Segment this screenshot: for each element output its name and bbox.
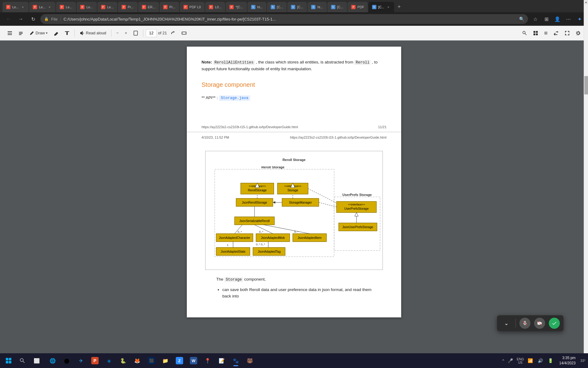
taskbar-app-terminal[interactable]: ⬛ <box>145 355 158 367</box>
text-button[interactable] <box>62 28 72 38</box>
layout-button[interactable] <box>531 28 541 38</box>
share-button[interactable] <box>551 28 561 38</box>
tab-8[interactable]: P Pr... <box>160 2 179 12</box>
taskbar-app-explorer[interactable]: 📁 <box>159 355 172 367</box>
storage-java-link[interactable]: Storage.java <box>219 95 250 101</box>
pdf-container[interactable]: Note: RerollAllEntities , the class whic… <box>0 40 588 353</box>
tab-12[interactable]: h ht... <box>247 2 266 12</box>
tab-14[interactable]: h [C... <box>287 2 307 12</box>
tab-3[interactable]: P Le... <box>56 2 76 12</box>
back-button[interactable]: ← <box>4 14 13 24</box>
tab-4-title: Le... <box>86 5 93 9</box>
taskbar-app-edge[interactable]: 🌐 <box>46 355 59 367</box>
address-search-icon[interactable]: 🔍 <box>519 17 524 21</box>
tab-5[interactable]: P Le... <box>97 2 117 12</box>
settings-button[interactable] <box>573 28 583 38</box>
tab-17[interactable]: P PDF <box>348 2 368 12</box>
taskbar-app-maps[interactable]: 📍 <box>201 355 214 367</box>
zoom-out-button[interactable]: − <box>114 28 121 38</box>
taskbar-app-pawprint[interactable]: 🐾 <box>229 355 243 367</box>
more-button[interactable]: ⋯ <box>564 14 573 24</box>
tab-2-close[interactable]: × <box>47 5 52 9</box>
tab-7[interactable]: P ER... <box>138 2 159 12</box>
tab-1-close[interactable]: × <box>21 5 25 9</box>
collection-button[interactable]: ⊞ <box>542 28 550 38</box>
favorites-list-button[interactable]: ⊞ <box>541 14 551 24</box>
taskbar-search-button[interactable] <box>16 355 29 367</box>
taskbar-app-powerpoint[interactable]: P <box>88 355 102 367</box>
chevron-up-button[interactable]: ^ <box>502 358 504 363</box>
wifi-icon[interactable]: 📶 <box>526 358 534 364</box>
tab-4[interactable]: P Le... <box>77 2 96 12</box>
tab-13[interactable]: h [C... <box>267 2 287 12</box>
taskbar-app-bear[interactable]: 🐻 <box>243 355 257 367</box>
fullscreen-button[interactable] <box>562 28 572 38</box>
tab-15[interactable]: h ht... <box>307 2 326 12</box>
temperature-label: 33° <box>580 359 586 362</box>
fit-width-button[interactable] <box>179 28 189 38</box>
mute-video-button[interactable] <box>534 318 545 329</box>
tab-9[interactable]: P PDF L0 <box>180 2 205 12</box>
scroll-thumb[interactable] <box>584 76 588 94</box>
bing-copilot-button[interactable]: ✦ <box>575 14 584 24</box>
address-separator: | <box>60 17 61 21</box>
taskbar-app-chrome[interactable]: ⬤ <box>60 355 74 367</box>
new-tab-button[interactable]: + <box>395 2 403 11</box>
tab-2[interactable]: P Le... × <box>29 2 55 12</box>
taskbar-app-sticky[interactable]: 📝 <box>215 355 228 367</box>
zoom-in-button[interactable]: + <box>122 28 130 38</box>
eraser-button[interactable] <box>51 28 61 38</box>
scrollbar[interactable]: ▲ ▼ <box>584 40 588 353</box>
language-label: ENG <box>517 357 524 361</box>
highlights-button[interactable]: Draw <box>16 28 26 38</box>
tab-11[interactable]: P *[C... <box>226 2 247 12</box>
refresh-button[interactable]: ↻ <box>28 14 38 24</box>
tab-1[interactable]: P Le... × <box>2 2 28 12</box>
expand-button[interactable]: ⌄ <box>501 318 512 329</box>
end-call-button[interactable] <box>549 318 560 329</box>
address-url[interactable]: C:/Users/johnc/AppData/Local/Temp/Temp1_… <box>64 17 517 21</box>
nav-right-buttons: ☆ ⊞ 👤 ⋯ ✦ <box>530 14 584 24</box>
rotate-button[interactable] <box>168 28 178 38</box>
svg-rect-2 <box>8 34 12 35</box>
favorites-button[interactable]: ☆ <box>530 14 540 24</box>
start-button[interactable] <box>2 355 15 367</box>
taskbar-app-firefox[interactable]: 🦊 <box>130 355 144 367</box>
taskbar-app-telegram[interactable]: ✈ <box>74 355 88 367</box>
read-aloud-button[interactable]: Read aloud <box>77 28 109 38</box>
tab-6[interactable]: P Pr... <box>118 2 138 12</box>
note-middle: , the class which stores all entities, i… <box>256 60 353 64</box>
address-bar[interactable]: 🔒 File | C:/Users/johnc/AppData/Local/Te… <box>40 14 528 24</box>
tab-7-title: ER... <box>148 5 155 9</box>
bullet-1-text: can save both Reroll data and user prefe… <box>222 287 371 299</box>
profile-button[interactable]: 👤 <box>552 14 562 24</box>
draw-button[interactable]: Draw ▾ <box>27 28 50 38</box>
mute-mic-button[interactable] <box>519 318 530 329</box>
mic-sys-icon[interactable]: 🎤 <box>507 358 514 364</box>
forward-button[interactable]: → <box>16 14 26 24</box>
taskbar-app-word[interactable]: W <box>187 355 200 367</box>
task-view-button[interactable]: ⬜ <box>30 355 43 367</box>
battery-icon[interactable]: 🔋 <box>547 358 554 364</box>
fit-page-button[interactable] <box>131 28 141 38</box>
tab-18-active[interactable]: h [C... × <box>368 2 394 12</box>
taskbar-clock[interactable]: 3:35 pm 14/4/2023 <box>557 355 578 366</box>
highlights-icon <box>18 31 23 36</box>
draw-dropdown-icon[interactable]: ▾ <box>46 31 47 35</box>
language-button[interactable]: ENG US <box>517 357 524 364</box>
tab-16[interactable]: h [C... <box>327 2 347 12</box>
contents-button[interactable] <box>5 28 15 38</box>
svg-rect-12 <box>536 33 538 35</box>
volume-icon[interactable]: 🔊 <box>537 358 544 364</box>
page-number-input[interactable] <box>146 29 157 37</box>
tab-18-close[interactable]: × <box>386 5 390 9</box>
svg-line-8 <box>525 33 526 35</box>
search-toolbar-button[interactable] <box>520 28 530 38</box>
taskbar-app-zoom[interactable]: Z <box>173 355 186 367</box>
taskbar-app-vscode[interactable]: ◈ <box>102 355 116 367</box>
taskbar-app-python[interactable]: 🐍 <box>116 355 130 367</box>
tab-10[interactable]: P L0... <box>205 2 225 12</box>
svg-point-71 <box>20 358 23 362</box>
weather-widget[interactable]: 33° <box>580 359 586 362</box>
component-suffix: component, <box>244 277 266 282</box>
